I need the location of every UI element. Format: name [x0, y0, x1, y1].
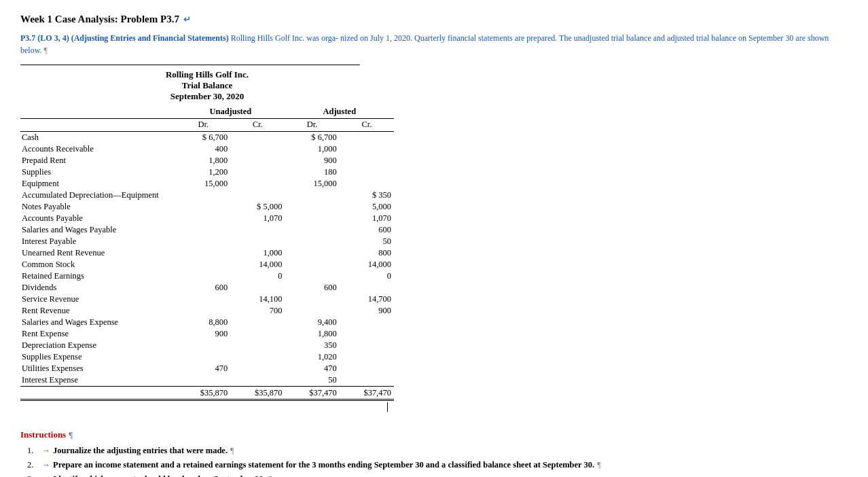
account-name: Salaries and Wages Payable — [20, 224, 176, 236]
instructions-label: Instructions ¶ — [20, 429, 848, 440]
unadj-dr-val — [176, 190, 230, 201]
unadj-dr-val — [176, 270, 230, 282]
unadj-cr-val: 1,000 — [230, 247, 285, 259]
adj-dr-val: $ 6,700 — [285, 132, 340, 144]
unadj-dr-val — [176, 213, 230, 224]
adj-cr-val — [340, 132, 394, 144]
table-row: Accumulated Depreciation—Equipment $ 350 — [20, 190, 394, 201]
instr-pilcrow: ¶ — [230, 446, 234, 456]
unadj-dr-val — [176, 340, 230, 351]
account-name: Interest Expense — [20, 374, 176, 387]
table-row: Notes Payable $ 5,000 5,000 — [20, 201, 394, 213]
adj-cr-val — [340, 328, 394, 340]
account-name: Rent Revenue — [20, 305, 176, 317]
table-row: Retained Earnings 0 0 — [20, 270, 394, 282]
account-name: Salaries and Wages Expense — [20, 317, 176, 328]
unadj-cr-val: 14,000 — [230, 259, 285, 270]
table-row: Equipment 15,000 15,000 — [20, 178, 394, 190]
adj-dr-val: 350 — [285, 340, 340, 351]
instructions-section: Instructions ¶ 1. → Journalize the adjus… — [20, 429, 848, 477]
account-name: Retained Earnings — [20, 270, 176, 282]
pilcrow-1: ¶ — [44, 46, 48, 55]
adj-dr-val: 50 — [285, 374, 340, 387]
adj-cr-val — [340, 340, 394, 351]
unadj-dr-val: $ 6,700 — [176, 132, 230, 144]
sub-header-row: Dr. Cr. Dr. Cr. — [20, 119, 394, 132]
unadj-cr-val: 700 — [230, 305, 285, 317]
problem-label: (Adjusting Entries and Financial Stateme… — [71, 33, 229, 43]
total-unadj-dr: $35,870 — [176, 387, 230, 400]
account-name: Depreciation Expense — [20, 340, 176, 351]
instruction-item: 1. → Journalize the adjusting entries th… — [27, 446, 848, 456]
table-row: Prepaid Rent 1,800 900 — [20, 155, 394, 166]
unadj-cr-val: 14,100 — [230, 294, 285, 305]
unadj-dr-val — [176, 351, 230, 363]
account-name: Service Revenue — [20, 294, 176, 305]
unadj-cr-val — [230, 236, 285, 247]
total-unadj-cr: $35,870 — [230, 387, 285, 400]
unadj-dr-val: 15,000 — [176, 178, 230, 190]
unadj-cr-val — [230, 132, 285, 144]
trial-balance-container: Rolling Hills Golf Inc. Trial Balance Se… — [20, 65, 394, 414]
account-name: Dividends — [20, 282, 176, 294]
adj-dr-val: 470 — [285, 363, 340, 374]
account-col-header — [20, 106, 176, 119]
table-row: Interest Expense 50 — [20, 374, 394, 387]
table-row: Common Stock 14,000 14,000 — [20, 259, 394, 270]
unadj-dr-val — [176, 236, 230, 247]
adj-dr-val — [285, 305, 340, 317]
adj-dr-val: 15,000 — [285, 178, 340, 190]
adj-cr-val — [340, 351, 394, 363]
table-row: Supplies 1,200 180 — [20, 166, 394, 178]
adj-dr-val — [285, 247, 340, 259]
unadj-dr-val — [176, 294, 230, 305]
account-name: Interest Payable — [20, 236, 176, 247]
adj-cr-val: 800 — [340, 247, 394, 259]
account-name: Notes Payable — [20, 201, 176, 213]
table-row: Cash $ 6,700 $ 6,700 — [20, 132, 394, 144]
account-name: Supplies — [20, 166, 176, 178]
unadj-cr-val — [230, 178, 285, 190]
edit-icon[interactable]: ↵ — [183, 14, 191, 25]
unadj-cr-val — [230, 374, 285, 387]
unadj-dr-val: 900 — [176, 328, 230, 340]
account-name: Common Stock — [20, 259, 176, 270]
account-name: Cash — [20, 132, 176, 144]
adj-cr-val: 1,070 — [340, 213, 394, 224]
adj-cr-val — [340, 374, 394, 387]
report-title: Trial Balance — [20, 80, 394, 91]
table-row: Service Revenue 14,100 14,700 — [20, 294, 394, 305]
total-label — [20, 387, 176, 400]
unadj-cr-val — [230, 190, 285, 201]
adj-cr-val — [340, 178, 394, 190]
unadj-dr-val — [176, 259, 230, 270]
adj-dr-val: 900 — [285, 155, 340, 166]
instr-arrow: → — [42, 446, 50, 456]
unadj-cr-val — [230, 166, 285, 178]
unadj-dr-val: 400 — [176, 143, 230, 155]
table-row: Salaries and Wages Expense 8,800 9,400 — [20, 317, 394, 328]
adj-cr-val — [340, 166, 394, 178]
adj-cr-val — [340, 317, 394, 328]
account-name: Accounts Receivable — [20, 143, 176, 155]
unadj-dr-header: Dr. — [176, 119, 230, 132]
group-header-row: Unadjusted Adjusted — [20, 106, 394, 119]
table-row: Supplies Expense 1,020 — [20, 351, 394, 363]
total-row: $35,870 $35,870 $37,470 $37,470 — [20, 387, 394, 400]
unadj-cr-val: 1,070 — [230, 213, 285, 224]
instr-pilcrow: ¶ — [597, 460, 601, 470]
problem-header: P3.7 (LO 3, 4) (Adjusting Entries and Fi… — [20, 32, 848, 56]
instr-pilcrow: ¶ — [268, 474, 272, 477]
adj-cr-val — [340, 363, 394, 374]
page-title: Week 1 Case Analysis: Problem P3.7 ↵ — [20, 14, 848, 25]
account-name: Rent Expense — [20, 328, 176, 340]
cursor — [387, 402, 388, 412]
report-date: September 30, 2020 — [20, 91, 394, 102]
adj-cr-header: Cr. — [340, 119, 394, 132]
instr-text: Journalize the adjusting entries that we… — [53, 446, 228, 456]
instruction-item: 3. → Identify which accounts should be c… — [27, 474, 848, 477]
adj-dr-val: 1,020 — [285, 351, 340, 363]
trial-balance-table: Unadjusted Adjusted Dr. Cr. Dr. Cr. Cash… — [20, 106, 394, 401]
adj-dr-val — [285, 213, 340, 224]
table-row: Dividends 600 600 — [20, 282, 394, 294]
